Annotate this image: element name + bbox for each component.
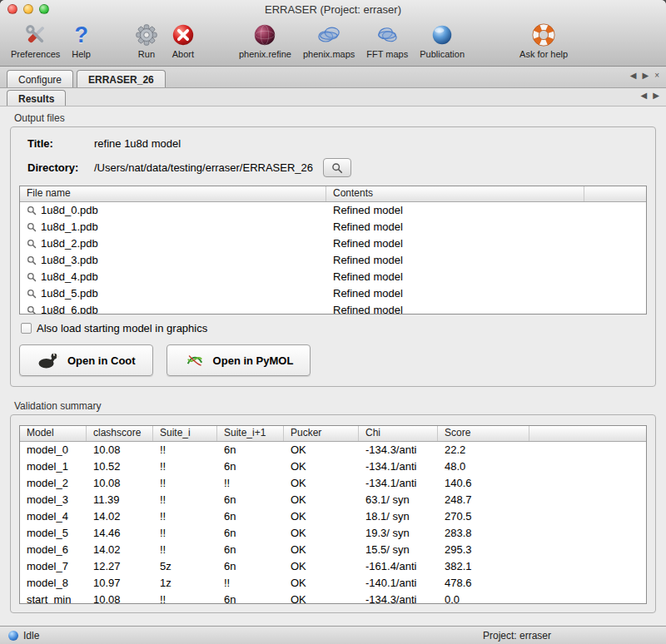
directory-label: Directory: <box>27 161 94 174</box>
open-in-coot-button[interactable]: Open in Coot <box>19 344 153 376</box>
column-header-file-name[interactable]: File name <box>20 186 326 201</box>
tab-scroll-right-icon[interactable]: ▶ <box>653 91 659 100</box>
output-files-group: Output files Title: refine 1u8d model Di… <box>10 112 656 387</box>
cell-model: model_3 <box>20 492 87 508</box>
table-row[interactable]: 1u8d_3.pdb Refined model <box>20 252 646 269</box>
cell-score: 248.7 <box>438 492 529 508</box>
table-row[interactable]: 1u8d_0.pdb Refined model <box>20 202 646 219</box>
table-row[interactable]: model_7 12.27 5z 6n OK -161.4/anti 382.1 <box>20 558 646 575</box>
column-header-clashscore[interactable]: clashscore <box>87 426 153 441</box>
cell-chi: 18.1/ syn <box>359 508 438 525</box>
close-button[interactable] <box>7 4 17 14</box>
load-starting-model-checkbox[interactable]: Also load starting model in graphics <box>21 322 647 334</box>
table-row[interactable]: model_4 14.02 !! 6n OK 18.1/ syn 270.5 <box>20 508 646 525</box>
minimize-button[interactable] <box>23 4 33 14</box>
tab-scroll-left-icon[interactable]: ◀ <box>630 71 637 80</box>
cell-suite-i: 1z <box>153 575 217 592</box>
table-row[interactable]: model_6 14.02 !! 6n OK 15.5/ syn 295.3 <box>20 542 646 558</box>
phenix-refine-button[interactable]: phenix.refine <box>233 21 297 59</box>
table-row[interactable]: start_min 10.08 !! 6n OK -134.3/anti 0.0 <box>20 592 646 603</box>
cell-score: 283.8 <box>438 525 529 542</box>
column-header-pucker[interactable]: Pucker <box>284 426 359 441</box>
tab-scroll-right-icon[interactable]: ▶ <box>642 71 649 80</box>
table-row[interactable]: 1u8d_2.pdb Refined model <box>20 235 646 252</box>
open-in-pymol-button[interactable]: Open in PyMOL <box>166 344 311 376</box>
column-header-chi[interactable]: Chi <box>359 426 438 441</box>
table-row[interactable]: model_5 14.46 !! 6n OK 19.3/ syn 283.8 <box>20 525 646 542</box>
table-row[interactable]: model_3 11.39 !! 6n OK 63.1/ syn 248.7 <box>20 492 646 508</box>
checkbox-box[interactable] <box>21 323 32 334</box>
table-body: model_0 10.08 !! 6n OK -134.3/anti 22.2 <box>20 442 646 603</box>
table-row[interactable]: model_0 10.08 !! 6n OK -134.3/anti 22.2 <box>20 442 646 458</box>
file-name: 1u8d_1.pdb <box>41 219 98 235</box>
publication-button[interactable]: Publication <box>414 21 470 59</box>
cell-clashscore: 14.46 <box>87 525 153 542</box>
cell-model: model_2 <box>20 475 87 492</box>
cell-suite-i: !! <box>153 508 217 525</box>
table-row[interactable]: 1u8d_6.pdb Refined model <box>20 302 646 314</box>
ask-for-help-button[interactable]: Ask for help <box>514 21 574 59</box>
cell-suite-i1: 6n <box>217 542 284 558</box>
file-contents: Refined model <box>326 219 584 235</box>
cell-model: model_8 <box>20 575 87 592</box>
checkbox-label: Also load starting model in graphics <box>37 322 207 334</box>
run-button[interactable]: Run <box>128 21 165 59</box>
column-header-filler <box>584 186 646 201</box>
status-bar: Idle Project: erraser <box>0 626 666 644</box>
preferences-button[interactable]: Preferences <box>5 21 66 59</box>
table-row[interactable]: 1u8d_4.pdb Refined model <box>20 269 646 285</box>
table-row[interactable]: 1u8d_1.pdb Refined model <box>20 219 646 235</box>
toolbar-label: Preferences <box>11 49 60 59</box>
browse-directory-button[interactable] <box>323 158 351 177</box>
column-header-score[interactable]: Score <box>438 426 529 441</box>
cell-suite-i1: 6n <box>217 525 284 542</box>
cell-suite-i: !! <box>153 442 217 458</box>
tab-results[interactable]: Results <box>7 90 66 106</box>
column-header-suite-i[interactable]: Suite_i <box>153 426 217 441</box>
abort-button[interactable]: Abort <box>165 21 201 59</box>
cell-suite-i: !! <box>153 492 217 508</box>
cell-suite-i: 5z <box>153 558 217 575</box>
file-name: 1u8d_4.pdb <box>41 269 98 285</box>
file-name: 1u8d_6.pdb <box>41 302 98 314</box>
toolbar-label: Abort <box>172 49 194 59</box>
table-row[interactable]: model_2 10.08 !! !! OK -134.1/anti 140.6 <box>20 475 646 492</box>
file-contents: Refined model <box>326 202 584 219</box>
tab-configure[interactable]: Configure <box>7 70 73 87</box>
cell-model: model_1 <box>20 458 87 475</box>
magnifier-icon <box>27 239 37 249</box>
cell-pucker: OK <box>284 442 359 458</box>
fft-maps-button[interactable]: FFT maps <box>360 21 414 59</box>
cell-suite-i: !! <box>153 475 217 492</box>
file-name: 1u8d_0.pdb <box>41 202 98 219</box>
file-name: 1u8d_5.pdb <box>41 285 98 302</box>
pymol-icon <box>184 351 206 369</box>
zoom-button[interactable] <box>39 4 49 14</box>
column-header-suite-i1[interactable]: Suite_i+1 <box>217 426 284 441</box>
magnifier-icon <box>27 305 37 314</box>
phenix-maps-button[interactable]: phenix.maps <box>297 21 360 59</box>
column-header-contents[interactable]: Contents <box>326 186 584 201</box>
file-contents: Refined model <box>326 302 584 314</box>
cell-score: 0.0 <box>438 592 529 603</box>
directory-value: /Users/nat/data/testing/erraser/ERRASER_… <box>94 161 313 174</box>
window-header: ERRASER (Project: erraser) Preferences ?… <box>0 0 666 67</box>
tab-nav: ◀ ▶ × <box>630 67 659 84</box>
tab-erraser-26[interactable]: ERRASER_26 <box>77 70 166 87</box>
file-contents: Refined model <box>326 252 584 269</box>
magnifier-icon <box>27 222 37 232</box>
cell-pucker: OK <box>284 592 359 603</box>
cell-model: start_min <box>20 592 87 603</box>
tab-close-icon[interactable]: × <box>654 71 659 80</box>
tab-label: Results <box>18 93 54 105</box>
tab-scroll-left-icon[interactable]: ◀ <box>641 91 648 100</box>
table-row[interactable]: model_1 10.52 !! 6n OK -134.1/anti 48.0 <box>20 458 646 475</box>
help-button[interactable]: ? Help <box>66 21 97 59</box>
sub-tab-bar: Results ◀ ▶ <box>0 88 666 107</box>
cell-suite-i1: 6n <box>217 458 284 475</box>
project-label: Project: erraser <box>483 630 551 642</box>
cell-score: 48.0 <box>438 458 529 475</box>
table-row[interactable]: model_8 10.97 1z !! OK -140.1/anti 478.6 <box>20 575 646 592</box>
column-header-model[interactable]: Model <box>20 426 87 441</box>
table-row[interactable]: 1u8d_5.pdb Refined model <box>20 285 646 302</box>
